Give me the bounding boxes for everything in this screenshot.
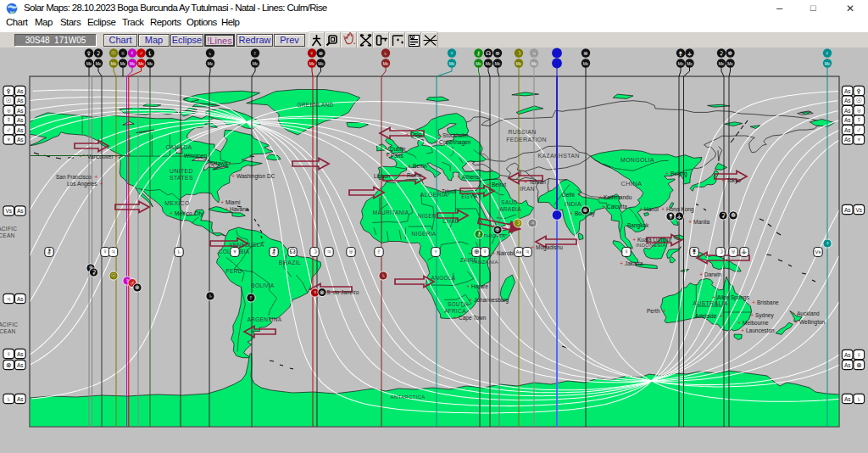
svg-text:As: As [17,396,24,402]
svg-text:Mexico City: Mexico City [175,210,203,217]
svg-text:+: + [570,210,573,216]
svg-text:Mc: Mc [516,61,522,66]
svg-text:As: As [17,362,24,368]
svg-text:Hanoi: Hanoi [644,206,659,212]
svg-text:AFRICA: AFRICA [444,308,466,314]
svg-text:♅: ♅ [348,248,353,255]
svg-text:ANTARCTICA: ANTARCTICA [391,394,426,400]
svg-text:UNITED: UNITED [170,168,193,174]
svg-text:As: As [844,362,851,368]
svg-text:Tripoli: Tripoli [442,188,456,195]
svg-text:⊗: ⊗ [583,207,588,213]
svg-text:⚶: ⚶ [677,213,682,219]
svg-text:BOLIVIA: BOLIVIA [251,282,275,288]
svg-text:♄: ♄ [209,50,213,56]
svg-text:NIGERIA: NIGERIA [412,231,437,237]
svg-text:☽: ☽ [717,248,723,255]
svg-text:+: + [437,188,440,194]
svg-text:As: As [844,127,851,133]
svg-text:Sydney: Sydney [755,312,774,319]
svg-text:Harare: Harare [471,283,488,289]
svg-text:Mc: Mc [583,61,589,66]
svg-text:⊗: ⊗ [583,50,587,56]
svg-text:ANGOLA: ANGOLA [431,275,456,281]
svg-text:Delhi: Delhi [562,192,575,198]
svg-text:Launceston: Launceston [746,327,775,333]
svg-text:As: As [844,352,851,358]
svg-text:Mc: Mc [678,61,684,66]
svg-text:⚷: ⚷ [476,231,481,237]
svg-text:+: + [632,237,636,243]
svg-text:Nairobi: Nairobi [497,250,515,256]
svg-text:+: + [578,192,581,198]
svg-text:Johannesburg: Johannesburg [474,297,509,304]
svg-text:♄: ♄ [208,293,212,299]
svg-text:+: + [663,308,666,314]
svg-text:☿: ☿ [6,116,11,124]
svg-text:Ottawa: Ottawa [210,160,228,166]
svg-text:☊: ☊ [486,50,491,56]
svg-text:♄: ♄ [856,395,861,403]
svg-text:⊗: ⊗ [6,361,12,369]
svg-text:Dublin: Dublin [390,146,406,152]
svg-text:♄: ♄ [6,395,11,403]
svg-text:☊: ☊ [289,248,295,255]
svg-text:AUSTRALIA: AUSTRALIA [693,300,728,306]
svg-text:Los Angeles: Los Angeles [67,181,97,187]
svg-text:TANZANIA: TANZANIA [471,260,498,265]
svg-text:As: As [844,98,851,103]
svg-text:Adelaide: Adelaide [695,313,717,319]
svg-text:Washington DC: Washington DC [236,173,275,180]
svg-text:Kathmandu: Kathmandu [604,194,632,200]
svg-text:♀: ♀ [826,50,830,56]
svg-text:⊕: ⊕ [495,50,499,56]
svg-text:MEXICO: MEXICO [164,200,190,206]
svg-text:+: + [408,163,411,169]
svg-text:+: + [620,260,623,266]
svg-text:S. do Janeiro: S. do Janeiro [326,289,359,295]
svg-text:+: + [712,294,715,300]
svg-text:ARGENTINA: ARGENTINA [248,316,282,322]
svg-text:+: + [402,172,405,178]
svg-text:INDONESIA: INDONESIA [636,243,666,248]
svg-text:⚳: ⚳ [720,50,724,56]
svg-text:MAURITANIA: MAURITANIA [373,210,409,215]
svg-text:+: + [385,146,388,152]
svg-text:Lisbon: Lisbon [374,173,391,179]
svg-text:♅: ♅ [856,107,861,115]
svg-text:VENEZUELA: VENEZUELA [229,242,264,248]
svg-text:+: + [220,199,224,205]
svg-text:Vs: Vs [856,207,863,213]
svg-text:NIGER: NIGER [418,213,437,219]
svg-text:As: As [515,249,521,254]
svg-text:♃: ♃ [525,248,530,255]
svg-text:Mc: Mc [208,61,214,66]
svg-text:☿: ☿ [856,116,861,124]
svg-text:⚴: ⚴ [6,87,11,95]
svg-text:⚳: ⚳ [97,50,101,56]
svg-text:☽: ☽ [515,220,520,226]
svg-text:⊗: ⊗ [320,289,325,295]
svg-text:♆: ♆ [6,136,11,143]
svg-text:As: As [844,207,851,213]
svg-text:Calcutta: Calcutta [607,204,627,210]
svg-text:+: + [469,297,472,303]
svg-text:☿: ☿ [131,50,135,56]
svg-text:⊗: ⊗ [135,284,140,290]
svg-text:⚵: ⚵ [692,248,697,255]
svg-text:♇: ♇ [376,248,381,255]
svg-text:+: + [720,313,723,319]
svg-text:Melbourne: Melbourne [743,320,769,326]
svg-text:Mc: Mc [138,61,144,66]
svg-text:MONGOLIA: MONGOLIA [620,157,654,163]
svg-text:+: + [688,219,692,225]
svg-text:♃: ♃ [532,50,537,56]
svg-text:+: + [225,206,228,212]
svg-text:♆: ♆ [450,50,454,56]
svg-text:Mc: Mc [318,61,324,66]
svg-text:Winnipeg: Winnipeg [184,153,207,159]
svg-text:♃: ♃ [530,220,534,226]
svg-text:♀: ♀ [6,350,11,358]
svg-text:♀: ♀ [856,351,861,359]
svg-text:+: + [453,315,457,321]
